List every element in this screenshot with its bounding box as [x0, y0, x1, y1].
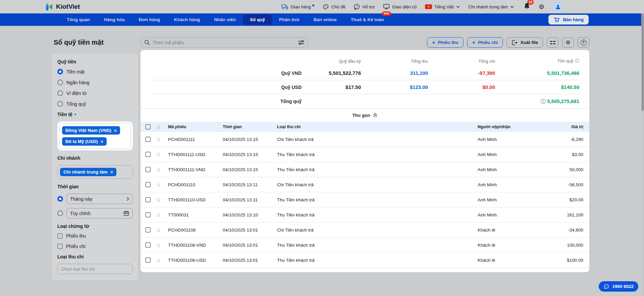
- radio-icon[interactable]: [57, 210, 63, 216]
- list-view-button[interactable]: [547, 37, 558, 48]
- row-checkbox[interactable]: [145, 152, 151, 157]
- language-selector[interactable]: ★ Tiếng Việt: [425, 4, 460, 9]
- section-title-currency: Tiền tệ •: [57, 112, 133, 117]
- fund-type-option[interactable]: Ngân hàng: [57, 80, 133, 85]
- section-title-branch: Chi nhánh: [57, 155, 133, 161]
- row-checkbox[interactable]: [145, 227, 151, 233]
- notifications-button[interactable]: 10: [524, 2, 530, 11]
- row-value: -56,500: [529, 182, 589, 187]
- table-row[interactable]: ☆ TTHD001111-VND 04/10/2025 13:15 Thu Ti…: [141, 162, 589, 177]
- doc-type-option[interactable]: Phiếu thu: [57, 233, 133, 239]
- star-icon[interactable]: ☆: [156, 257, 161, 263]
- nav-item[interactable]: Đơn hàng: [132, 13, 167, 26]
- row-person: Anh Minh: [478, 212, 529, 217]
- nav-item[interactable]: Hàng hóa: [97, 13, 132, 26]
- row-checkbox[interactable]: [145, 197, 151, 202]
- section-title-transaction-type: Loại thu chi: [57, 254, 133, 259]
- info-icon[interactable]: ⓘ: [575, 58, 579, 63]
- star-icon[interactable]: ☆: [156, 212, 161, 218]
- collapse-toggle[interactable]: Thu gọn: [141, 108, 589, 122]
- nav-item[interactable]: Khách hàng: [167, 13, 207, 26]
- main-nav: Tổng quan Hàng hóa Đơn hàng Khách hàng N…: [0, 13, 644, 26]
- fund-type-option[interactable]: Tiền mặt: [57, 69, 133, 75]
- fund-type-option[interactable]: Ví điện tử: [57, 90, 133, 96]
- table-row[interactable]: ☆ TT000031 04/10/2025 13:10 Thu Tiền khá…: [141, 207, 589, 223]
- theme-menu-item[interactable]: Chủ đề: [323, 4, 345, 10]
- summary-row: Quỹ USD $17.50 $123.00 $0.00 $140.50: [151, 80, 579, 94]
- star-icon[interactable]: ☆: [156, 242, 161, 248]
- user-avatar[interactable]: [553, 2, 563, 12]
- search-box[interactable]: [141, 37, 308, 48]
- star-icon[interactable]: ☆: [156, 227, 161, 233]
- info-icon[interactable]: ⓘ: [541, 99, 545, 104]
- remove-tag-icon[interactable]: ×: [101, 139, 103, 144]
- table-row[interactable]: ☆ TTHD001110-USD 04/10/2025 13:11 Thu Ti…: [141, 192, 589, 207]
- row-checkbox[interactable]: [145, 182, 151, 187]
- star-icon[interactable]: ☆: [156, 197, 161, 203]
- time-preset-select[interactable]: Tháng này: [66, 194, 133, 204]
- radio-icon[interactable]: [57, 196, 63, 202]
- legacy-ui-menu-item[interactable]: Giao diện cũ: [383, 4, 417, 10]
- star-icon[interactable]: ☆: [156, 167, 161, 172]
- table-row[interactable]: ☆ TTHD001111-USD 04/10/2025 13:15 Thu Ti…: [141, 147, 589, 162]
- transaction-type-input[interactable]: [57, 264, 133, 274]
- table-row[interactable]: ☆ PCHD001108 04/10/2025 13:01 Chi Tiền k…: [141, 223, 589, 238]
- time-custom-select[interactable]: Tùy chỉnh: [66, 208, 133, 218]
- row-checkbox[interactable]: [145, 242, 151, 248]
- fund-type-option[interactable]: Tổng quỹ: [57, 101, 133, 107]
- branch-selector[interactable]: Chi nhánh trung tâm: [468, 4, 514, 9]
- table-row[interactable]: ☆ PCHD001111 04/10/2025 13:15 Chi Tiền k…: [141, 132, 589, 147]
- star-icon[interactable]: ☆: [156, 152, 161, 157]
- column-header-value: Giá trị: [529, 125, 589, 129]
- doc-type-option[interactable]: Phiếu chi: [57, 244, 133, 249]
- table-settings-button[interactable]: ⚙: [562, 37, 574, 48]
- scrollbar[interactable]: [641, 13, 644, 296]
- table-row[interactable]: ☆ TTHD001108-VND 04/10/2025 13:01 Thu Ti…: [141, 238, 589, 253]
- chevron-right-icon: [126, 197, 129, 201]
- scrollbar-thumb[interactable]: [642, 13, 644, 111]
- hotline-button[interactable]: 1900 6522: [599, 281, 638, 292]
- sell-button[interactable]: Bán hàng: [548, 15, 589, 24]
- table-header: ☆ Mã phiếu Thời gian Loại thu chi Người …: [141, 122, 589, 132]
- notification-dot: [312, 4, 314, 6]
- column-header-code: Mã phiếu: [168, 125, 223, 129]
- currency-filter-box[interactable]: Đồng Việt Nam (VND)× Đô la Mỹ (USD)×: [57, 121, 133, 150]
- new-payment-button[interactable]: + Phiếu chi: [467, 37, 503, 48]
- export-button[interactable]: Xuất file: [506, 37, 543, 48]
- row-value: $100.00: [529, 258, 589, 263]
- export-label: Xuất file: [520, 40, 538, 45]
- table-row[interactable]: ☆ PCHD001110 04/10/2025 13:11 Chi Tiền k…: [141, 177, 589, 192]
- search-input[interactable]: [153, 40, 295, 45]
- nav-item[interactable]: Sổ quỹ: [243, 14, 272, 25]
- row-checkbox[interactable]: [145, 257, 151, 263]
- row-person: Khách lẻ: [478, 243, 529, 248]
- support-menu-item[interactable]: Hỗ trợ: [354, 4, 375, 10]
- nav-item[interactable]: Bán online: [307, 13, 344, 26]
- nav-item-label: Sổ quỹ: [250, 17, 265, 22]
- row-checkbox[interactable]: [145, 137, 151, 142]
- nav-item[interactable]: Thuế & Kế toán Mới: [344, 13, 391, 26]
- row-time: 04/10/2025 13:11: [223, 182, 277, 187]
- table-row[interactable]: ☆ TTHD001108-USD 04/10/2025 13:01 Thu Ti…: [141, 253, 589, 268]
- remove-tag-icon[interactable]: ×: [114, 128, 117, 133]
- remove-tag-icon[interactable]: ×: [110, 170, 113, 175]
- star-icon[interactable]: ☆: [156, 137, 161, 142]
- row-code: TTHD001108-USD: [168, 258, 223, 263]
- row-checkbox[interactable]: [145, 212, 151, 217]
- new-receipt-button[interactable]: + Phiếu thu: [427, 37, 463, 48]
- nav-item[interactable]: Nhân viên: [207, 13, 243, 26]
- nav-item-label: Đơn hàng: [139, 17, 160, 22]
- settings-gear-icon[interactable]: ⚙: [539, 4, 544, 10]
- nav-item[interactable]: Tổng quan: [60, 13, 97, 26]
- cart-icon: [553, 17, 560, 23]
- nav-item[interactable]: Phân tích: [272, 13, 307, 26]
- help-button[interactable]: ?: [578, 37, 589, 48]
- row-checkbox[interactable]: [145, 167, 151, 172]
- branch-filter-box[interactable]: Chi nhánh trung tâm×: [57, 165, 133, 179]
- topbar-menu: Giao hàng Chủ đề Hỗ trợ: [281, 2, 563, 12]
- star-icon[interactable]: ☆: [156, 182, 161, 188]
- select-all-checkbox[interactable]: [145, 124, 151, 130]
- branch-label: Chi nhánh trung tâm: [468, 4, 508, 9]
- filter-sliders-icon[interactable]: [298, 40, 305, 45]
- delivery-menu-item[interactable]: Giao hàng: [281, 4, 314, 10]
